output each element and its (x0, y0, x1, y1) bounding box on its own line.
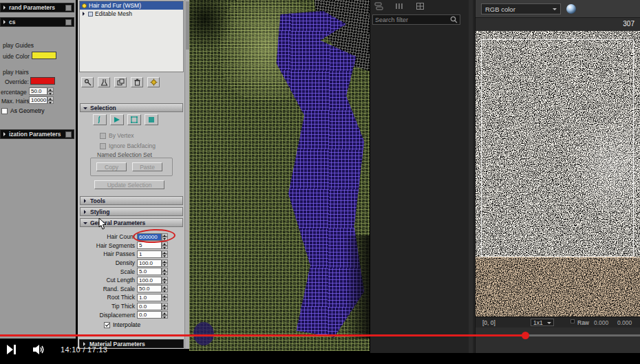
make-unique-button[interactable] (114, 77, 127, 87)
paste-button[interactable]: Paste (132, 162, 162, 171)
override-color-swatch[interactable] (30, 77, 55, 85)
param-row-density: Density 100.0 (79, 259, 182, 268)
as-geometry-checkbox[interactable] (1, 108, 8, 114)
as-geometry-label: As Geometry (10, 107, 45, 114)
rollout-visualization-parameters[interactable]: ization Parameters (0, 129, 74, 139)
percentage-label: ercentage (1, 89, 27, 96)
render-toolbar: RGB color (476, 0, 640, 18)
select-guides-button[interactable] (93, 114, 107, 125)
percentage-spinner[interactable] (47, 87, 54, 95)
display-hairs-label: play Hairs (3, 69, 29, 76)
chevron-right-icon (3, 6, 8, 10)
render-canvas[interactable] (476, 31, 640, 317)
panel-scrollbar[interactable] (184, 0, 189, 349)
remove-modifier-button[interactable] (131, 77, 143, 87)
rollout-dynamics[interactable]: cs (0, 17, 74, 27)
rand-scale-field[interactable]: 50.0 (137, 285, 162, 292)
max-hairs-field[interactable]: 10000 (29, 96, 47, 104)
rollout-general-parameters[interactable]: General Parameters (80, 218, 183, 227)
rollout-selection[interactable]: Selection (80, 103, 183, 112)
by-vertex-checkbox[interactable] (100, 133, 106, 139)
tip-thick-spinner[interactable] (162, 303, 168, 310)
grid-icon[interactable] (416, 2, 425, 10)
expand-icon[interactable] (83, 12, 87, 16)
rollout-label: Styling (90, 208, 109, 215)
zoom-value: 1x1 (533, 319, 543, 326)
rollout-handle-icon[interactable] (65, 131, 72, 138)
render-preview-sphere-icon[interactable] (566, 4, 576, 14)
rand-scale-spinner[interactable] (162, 285, 168, 292)
panel-scrollbar[interactable] (469, 0, 473, 353)
volume-button[interactable] (33, 345, 45, 354)
video-progress-bar[interactable] (0, 334, 640, 336)
show-end-result-button[interactable] (98, 77, 110, 87)
search-placeholder: Search filter (375, 17, 448, 23)
rollout-strand-parameters[interactable]: rand Parameters (0, 3, 74, 12)
select-face-button[interactable] (145, 114, 158, 125)
interpolate-row[interactable]: Interpolate (104, 321, 140, 328)
rollout-handle-icon[interactable] (65, 5, 72, 11)
rollout-tools[interactable]: Tools (80, 196, 183, 205)
displacement-field[interactable]: 0.0 (137, 311, 162, 319)
density-field[interactable]: 100.0 (137, 259, 162, 267)
left-rollout-panel: rand Parameters cs play Guides uide Colo… (0, 0, 76, 339)
channel-label: RGB color (485, 6, 515, 13)
columns-icon[interactable] (395, 2, 404, 10)
hair-passes-spinner[interactable] (162, 250, 168, 258)
raw-label: Raw (577, 319, 589, 326)
rollout-handle-icon[interactable] (65, 19, 72, 25)
stack-item-hair-and-fur[interactable]: Hair and Fur (WSM) (80, 1, 183, 10)
render-status-bar: [0, 0] 1x1 Raw 0.000 0.000 (476, 317, 640, 328)
pixel-value-1: 0.000 (594, 319, 608, 326)
interpolate-checkbox[interactable] (104, 322, 110, 328)
pin-stack-button[interactable] (81, 77, 94, 87)
update-selection-button[interactable]: Update Selection (94, 180, 164, 189)
shaded-edge (345, 235, 370, 339)
stack-item-editable-mesh[interactable]: Editable Mesh (80, 10, 183, 18)
next-button[interactable] (7, 345, 18, 354)
rollout-label: Tools (90, 197, 105, 204)
lightbulb-icon[interactable] (82, 3, 87, 8)
search-filter-input[interactable]: Search filter (372, 14, 460, 25)
param-row-cut-length: Cut Length 100.0 (79, 276, 182, 285)
scale-spinner[interactable] (162, 268, 168, 275)
param-row-displacement: Displacement 0.0 (79, 310, 182, 319)
rollout-styling[interactable]: Styling (80, 207, 183, 216)
viewport[interactable] (189, 0, 370, 351)
channel-display-dropdown[interactable]: RGB color (481, 3, 561, 14)
chevron-right-icon (3, 132, 8, 136)
copy-button[interactable]: Copy (96, 162, 127, 171)
scene-explorer-panel: Search filter (370, 0, 475, 353)
cut-length-spinner[interactable] (162, 277, 168, 284)
ignore-backfacing-row[interactable]: Ignore Backfacing (100, 142, 156, 149)
search-icon (450, 16, 458, 23)
progress-scrubber[interactable] (522, 332, 529, 339)
hair-passes-field[interactable]: 1 (137, 250, 162, 258)
cut-length-field[interactable]: 100.0 (137, 277, 162, 284)
max-hairs-spinner[interactable] (47, 96, 54, 104)
by-vertex-row[interactable]: By Vertex (100, 132, 134, 139)
density-spinner[interactable] (162, 259, 168, 267)
percentage-field[interactable]: 50.0 (29, 87, 47, 95)
scale-field[interactable]: 5.0 (137, 268, 162, 275)
stack-item-label: Editable Mesh (95, 10, 132, 17)
guide-color-swatch[interactable] (32, 52, 56, 59)
tip-thick-field[interactable]: 0.0 (137, 303, 162, 310)
root-thick-spinner[interactable] (162, 294, 168, 301)
param-row-hair-segments: Hair Segments 5 (79, 242, 182, 250)
configure-modifier-sets-button[interactable] (147, 77, 160, 87)
override-label: Override: (5, 78, 29, 85)
ignore-backfacing-checkbox[interactable] (100, 143, 106, 149)
displacement-spinner[interactable] (162, 311, 168, 319)
select-tips-button[interactable] (110, 114, 124, 125)
raw-toggle[interactable] (570, 319, 575, 323)
root-thick-field[interactable]: 1.0 (137, 294, 162, 301)
zoom-dropdown[interactable]: 1x1 (531, 319, 554, 326)
display-guides-label: play Guides (3, 42, 34, 49)
layers-icon[interactable] (374, 2, 383, 10)
chevron-down-icon (553, 8, 557, 12)
hair-segments-spinner[interactable] (162, 242, 168, 249)
as-geometry-row[interactable]: As Geometry (1, 107, 45, 114)
select-vertex-button[interactable] (127, 114, 141, 125)
guide-color-label: uide Color (3, 53, 30, 60)
